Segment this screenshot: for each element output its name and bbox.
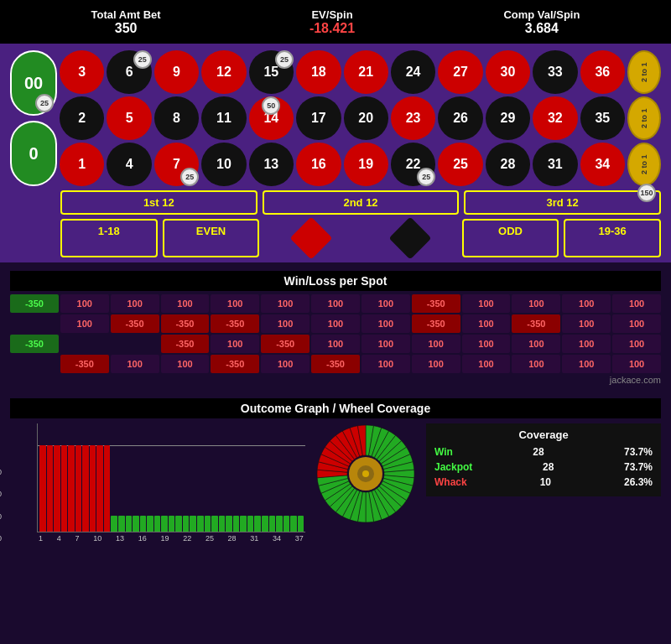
num-35[interactable]: 35 — [580, 96, 625, 140]
wl-r4c8: 100 — [362, 355, 410, 373]
bar-26 — [219, 516, 226, 532]
bar-35 — [283, 516, 290, 532]
comp-val-label: Comp Val/Spin — [503, 8, 580, 21]
num-29[interactable]: 29 — [486, 96, 530, 140]
bet-1-18[interactable]: 1-18 — [60, 219, 158, 257]
chip-6: 25 — [133, 50, 152, 69]
num-15[interactable]: 1525 — [249, 50, 294, 94]
chip-7: 25 — [180, 168, 199, 186]
chart-wrapper: 100 0 -100 -200 -300 -400 — [10, 423, 305, 543]
winloss-section: Win/Loss per Spot -350 100 100 100 100 1… — [0, 266, 671, 392]
bet-red[interactable] — [264, 219, 358, 257]
num-19[interactable]: 19 — [344, 143, 388, 186]
num-1[interactable]: 1 — [60, 143, 104, 186]
num-8[interactable]: 8 — [154, 96, 199, 140]
coverage-title: Coverage — [434, 428, 653, 441]
num-22[interactable]: 2225 — [391, 143, 435, 186]
bar-2 — [47, 445, 54, 532]
wl-r3c13: 100 — [612, 335, 661, 353]
num-34[interactable]: 34 — [580, 143, 625, 186]
wl-r4c1 — [10, 355, 59, 373]
numbers-grid: 3 625 9 12 1525 18 21 24 27 30 33 36 2 5… — [60, 50, 625, 186]
num-12[interactable]: 12 — [201, 50, 246, 94]
zeros-column: 00 25 0 — [10, 50, 57, 186]
bar-4 — [61, 445, 68, 532]
bar-34 — [276, 516, 283, 532]
wl-r3c10: 100 — [462, 335, 511, 353]
num-16[interactable]: 16 — [296, 143, 341, 186]
num-23[interactable]: 23 — [391, 96, 435, 140]
num-32[interactable]: 32 — [533, 96, 577, 140]
wl-r1c12: 100 — [562, 294, 611, 313]
single-zero[interactable]: 0 — [10, 121, 57, 186]
num-36[interactable]: 36 — [580, 50, 625, 94]
total-amt-bet-value: 350 — [91, 21, 161, 36]
wl-r1c3: 100 — [111, 294, 159, 313]
bar-chart — [37, 423, 305, 532]
num-31[interactable]: 31 — [533, 143, 577, 186]
ev-spin-block: EV/Spin -18.421 — [309, 8, 355, 36]
dozen-row: 1st 12 2nd 12 3rd 12 150 — [10, 190, 661, 215]
bar-32 — [262, 516, 268, 532]
bar-25 — [211, 516, 218, 532]
wheel-svg — [315, 423, 416, 524]
wl-r1c6: 100 — [261, 294, 309, 313]
num-20[interactable]: 20 — [344, 96, 388, 140]
num-27[interactable]: 27 — [438, 50, 482, 94]
num-28[interactable]: 28 — [486, 143, 530, 186]
double-zero[interactable]: 00 25 — [10, 50, 57, 116]
bar-1 — [39, 445, 46, 532]
wl-r2c1 — [10, 314, 59, 333]
num-5[interactable]: 5 — [107, 96, 151, 140]
num-17[interactable]: 17 — [296, 96, 341, 140]
twotoone-mid[interactable]: 2 to 1 — [627, 96, 661, 140]
bar-37 — [298, 516, 304, 532]
whack-row: Whack 10 26.3% — [434, 476, 653, 488]
wl-r4c7: -350 — [311, 355, 360, 373]
num-13[interactable]: 13 — [249, 143, 294, 186]
wl-r2c10: 100 — [462, 314, 511, 333]
num-4[interactable]: 4 — [107, 143, 151, 186]
num-26[interactable]: 26 — [438, 96, 482, 140]
num-33[interactable]: 33 — [533, 50, 577, 94]
wl-r1c2: 100 — [60, 294, 109, 313]
bet-odd[interactable]: ODD — [462, 219, 559, 257]
bar-20 — [175, 516, 182, 532]
num-9[interactable]: 9 — [154, 50, 199, 94]
wl-r3c11: 100 — [512, 335, 560, 353]
twotoone-bot[interactable]: 2 to 1 — [627, 143, 661, 186]
wl-r1c7: 100 — [311, 294, 360, 313]
wl-r2c7: 100 — [311, 314, 360, 333]
num-14[interactable]: 1450 — [249, 96, 294, 140]
bet-even[interactable]: EVEN — [163, 219, 260, 257]
jackpot-pct: 73.7% — [624, 461, 653, 473]
wl-r4c9: 100 — [412, 355, 460, 373]
bet-black[interactable] — [363, 219, 457, 257]
num-25[interactable]: 25 — [438, 143, 482, 186]
num-7[interactable]: 725 — [154, 143, 199, 186]
comp-val-value: 3.684 — [503, 21, 580, 36]
num-3[interactable]: 3 — [60, 50, 104, 94]
bar-30 — [247, 516, 254, 532]
dozen-2nd[interactable]: 2nd 12 — [263, 190, 460, 215]
twotoone-top[interactable]: 2 to 1 — [627, 50, 661, 94]
num-10[interactable]: 10 — [201, 143, 246, 186]
outcome-title: Outcome Graph / Wheel Coverage — [10, 398, 661, 418]
bet-19-36[interactable]: 19-36 — [564, 219, 661, 257]
num-30[interactable]: 30 — [486, 50, 530, 94]
roulette-wheel — [315, 423, 416, 524]
wl-r4c11: 100 — [512, 355, 560, 373]
dozen-1st[interactable]: 1st 12 — [60, 190, 257, 215]
num-11[interactable]: 11 — [201, 96, 246, 140]
dozen-3rd[interactable]: 3rd 12 150 — [464, 190, 661, 215]
num-6[interactable]: 625 — [107, 50, 151, 94]
jackpot-row: Jackpot 28 73.7% — [434, 461, 653, 473]
wl-r4c12: 100 — [562, 355, 611, 373]
num-18[interactable]: 18 — [296, 50, 341, 94]
wl-r1c8: 100 — [362, 294, 410, 313]
num-2[interactable]: 2 — [60, 96, 104, 140]
bar-10 — [104, 445, 111, 532]
wl-r1c1: -350 — [10, 294, 59, 313]
num-21[interactable]: 21 — [344, 50, 388, 94]
num-24[interactable]: 24 — [391, 50, 435, 94]
